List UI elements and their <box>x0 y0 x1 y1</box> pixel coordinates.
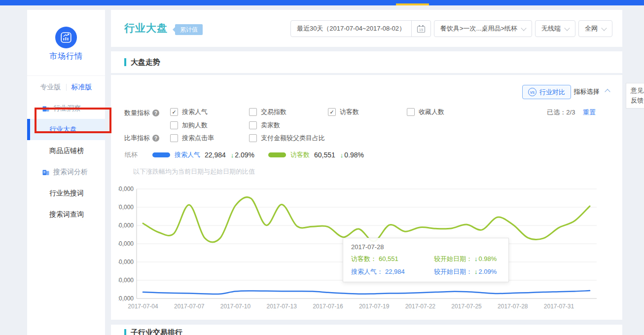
metric-checkbox-cart-adds[interactable]: 加购人数 <box>170 121 249 130</box>
page-header: 行业大盘 累计值 最近30天（2017-07-04~2017-08-02） 15… <box>111 10 622 47</box>
sidebar-item-industry-market[interactable]: 行业大盘 <box>27 119 105 140</box>
metric-checkbox-visitors[interactable]: ✓ 访客数 <box>328 108 407 116</box>
tooltip-date: 2017-07-28 <box>351 243 501 251</box>
tab-standard[interactable]: 标准版 <box>67 83 97 92</box>
industry-compare-button[interactable]: vs 行业对比 <box>522 85 571 99</box>
sidebar-item-label: 行业洞察 <box>53 98 81 119</box>
svg-text:60,000: 60,000 <box>118 222 134 229</box>
svg-text:2017-07-04: 2017-07-04 <box>128 303 158 310</box>
sidebar-item-search-word-analysis[interactable]: 搜索词分析 <box>27 161 105 183</box>
checkbox[interactable] <box>249 108 257 116</box>
terminal-select[interactable]: 无线端 <box>535 20 575 37</box>
checkbox[interactable] <box>407 108 415 116</box>
terminal-value: 无线端 <box>541 24 561 33</box>
legend-item-visitors[interactable]: 访客数 60,551 ↓ 0.98% <box>268 150 364 159</box>
ledger-icon <box>42 105 50 112</box>
section-title: 大盘走势 <box>131 58 160 67</box>
filter-bar: 最近30天（2017-07-04~2017-08-02） 15 餐饮具>一次..… <box>290 20 612 37</box>
chart-tooltip: 2017-07-28 访客数： 60,551 较开始日期：↓0.98% 搜索人气… <box>343 238 509 282</box>
sidebar-item-label: 搜索词分析 <box>53 161 88 183</box>
vs-icon: vs <box>528 88 537 96</box>
checkbox[interactable]: ✓ <box>328 108 336 116</box>
sidebar-item-industry-insight[interactable]: 行业洞察 <box>27 98 105 119</box>
sidebar-item-product-shop-rank[interactable]: 商品店铺榜 <box>27 140 105 161</box>
svg-text:2017-07-13: 2017-07-13 <box>266 303 297 310</box>
reset-button[interactable]: 重置 <box>583 109 596 116</box>
date-range-picker[interactable]: 最近30天（2017-07-04~2017-08-02） 15 <box>290 20 431 37</box>
metric-checkbox-trade-index[interactable]: 交易指数 <box>249 108 328 116</box>
legend-category: 纸杯 <box>125 150 138 159</box>
quantity-metrics-row-1: ✓ 搜索人气 交易指数 ✓ 访客数 收藏人数 <box>170 108 486 116</box>
svg-text:50,000: 50,000 <box>118 240 134 247</box>
chevron-down-icon <box>564 25 570 31</box>
date-range-value: 最近30天（2017-07-04~2017-08-02） <box>291 21 411 37</box>
active-tab-indicator <box>396 3 429 5</box>
cumulative-value-badge: 累计值 <box>175 24 203 35</box>
svg-text:30,000: 30,000 <box>118 277 134 284</box>
metric-checkbox-search-popularity[interactable]: ✓ 搜索人气 <box>170 108 249 116</box>
section-header: 大盘走势 <box>111 51 622 73</box>
sidebar-item-label: 商品店铺榜 <box>49 147 84 154</box>
checkbox[interactable] <box>170 121 178 129</box>
ratio-metrics-row: 搜索点击率 支付金额较父类目占比 <box>170 134 325 143</box>
app-logo <box>55 27 77 48</box>
next-section-header: 子行业交易排行 <box>111 325 622 335</box>
svg-text:2017-07-19: 2017-07-19 <box>359 303 390 310</box>
help-icon[interactable]: ? <box>152 135 159 142</box>
calendar-button[interactable]: 15 <box>411 21 430 37</box>
legend-item-search-popularity[interactable]: 搜索人气 22,984 ↓ 2.09% <box>152 150 254 159</box>
selected-count-row: 已选：2/3 重置 <box>547 108 596 117</box>
chevron-up-icon <box>605 89 610 94</box>
checkbox[interactable]: ✓ <box>170 108 178 116</box>
app-title: 市场行情 <box>27 51 105 62</box>
down-arrow-icon: ↓ <box>474 268 478 275</box>
compare-button-label: 行业对比 <box>539 88 565 97</box>
page-title: 行业大盘 <box>124 21 168 35</box>
next-section-title: 子行业交易排行 <box>131 328 182 335</box>
scope-select[interactable]: 全网 <box>578 20 612 37</box>
category-select[interactable]: 餐饮具>一次...桌用品>纸杯 <box>434 20 532 37</box>
down-arrow-icon: ↓ <box>340 151 344 159</box>
chevron-down-icon <box>601 25 607 31</box>
svg-text:15: 15 <box>419 28 423 32</box>
svg-text:2017-07-25: 2017-07-25 <box>451 303 482 310</box>
sidebar-item-search-word-query[interactable]: 搜索词查询 <box>27 204 105 225</box>
help-icon[interactable]: ? <box>152 110 159 116</box>
svg-text:80,000: 80,000 <box>118 186 134 192</box>
chart-trend-icon <box>60 31 72 44</box>
checkbox[interactable] <box>170 134 178 142</box>
svg-text:70,000: 70,000 <box>118 204 134 211</box>
metric-checkbox-favorites[interactable]: 收藏人数 <box>407 108 486 116</box>
version-tabs: 专业版 标准版 <box>27 75 105 98</box>
metric-checkbox-sellers[interactable]: 卖家数 <box>249 121 328 130</box>
series-color-pill <box>268 152 286 157</box>
selected-count: 已选：2/3 <box>547 109 575 116</box>
sidebar-item-label: 搜索词查询 <box>49 210 84 218</box>
checkbox[interactable] <box>249 121 257 129</box>
svg-text:2017-07-16: 2017-07-16 <box>313 303 343 310</box>
sidebar-item-label: 行业热搜词 <box>49 189 84 197</box>
ledger-icon <box>42 169 50 176</box>
sidebar: 市场行情 专业版 标准版 行业洞察 行业大盘 商品店铺榜 <box>27 10 105 335</box>
metric-select-toggle[interactable]: 指标选择 <box>573 87 609 96</box>
sidebar-item-hot-search-words[interactable]: 行业热搜词 <box>27 183 105 204</box>
svg-text:20,000: 20,000 <box>118 295 134 302</box>
tooltip-row-search-popularity: 搜索人气： 22,984 较开始日期：↓2.09% <box>351 265 501 278</box>
metric-checkbox-search-ctr[interactable]: 搜索点击率 <box>170 134 249 143</box>
svg-text:2017-07-22: 2017-07-22 <box>405 303 436 310</box>
ratio-metrics-label: 比率指标 ? <box>124 134 159 143</box>
down-arrow-icon: ↓ <box>231 151 234 159</box>
calendar-icon: 15 <box>417 25 426 33</box>
checkbox[interactable] <box>249 134 257 142</box>
category-value: 餐饮具>一次...桌用品>纸杯 <box>440 24 517 33</box>
trend-card: vs 行业对比 指标选择 已选：2/3 重置 数量指标 ? ✓ 搜索人气 交易指… <box>111 75 622 320</box>
sidebar-nav: 行业洞察 行业大盘 商品店铺榜 搜索词分析 行业热搜词 搜索词查询 <box>27 98 105 225</box>
svg-text:2017-07-31: 2017-07-31 <box>544 303 574 310</box>
svg-text:40,000: 40,000 <box>118 259 134 265</box>
tab-professional[interactable]: 专业版 <box>36 83 66 92</box>
feedback-button[interactable]: 意见 反馈 <box>626 83 644 109</box>
svg-text:2017-07-07: 2017-07-07 <box>174 303 205 310</box>
sidebar-item-label: 行业大盘 <box>49 125 77 133</box>
quantity-metrics-row-2: 加购人数 卖家数 <box>170 121 328 130</box>
metric-checkbox-payment-share[interactable]: 支付金额较父类目占比 <box>249 134 325 143</box>
